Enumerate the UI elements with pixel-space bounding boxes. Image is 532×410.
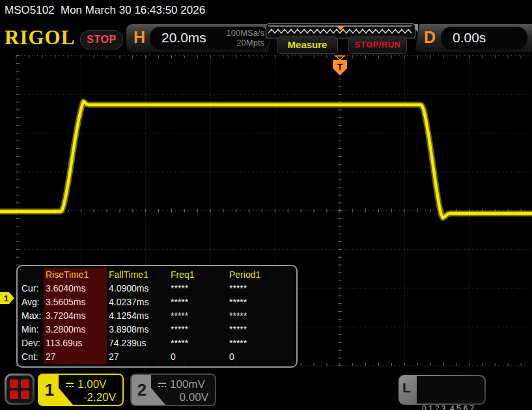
measurement-cell: 0	[169, 350, 227, 364]
channel1-marker-label: 1	[4, 294, 8, 303]
dc-coupling-icon	[158, 381, 167, 389]
channel2-badge[interactable]: 2 100mV 0.00V	[130, 374, 216, 406]
status-bar: MSO5102 Mon March 30 16:43:50 2026	[0, 0, 532, 21]
delay-label: D	[424, 28, 436, 47]
horizontal-timebase-block[interactable]: H 20.0ms 100MSa/s 20Mpts	[126, 24, 273, 52]
measurement-row-label: Cur:	[18, 282, 44, 295]
measurement-column-header: Freq1	[169, 268, 227, 282]
measurement-column-header: RiseTime1	[44, 268, 107, 282]
logic-label: L	[402, 380, 411, 396]
measurement-cell: *****	[227, 295, 296, 309]
measurement-column-header: FallTime1	[107, 268, 169, 282]
measurement-cell: 27	[107, 350, 169, 364]
svg-text:T: T	[337, 62, 343, 72]
measurement-row-label: Max:	[18, 309, 44, 323]
logic-row1: 0 1 2 3 4 5 6 7	[422, 403, 484, 410]
measurement-cell: *****	[169, 323, 227, 336]
measurement-cell: 3.8908ms	[107, 323, 169, 336]
channel2-number: 2	[135, 380, 148, 400]
sample-rate-value: 100MSa/s	[226, 28, 264, 38]
measurement-cell	[18, 268, 44, 282]
dc-coupling-icon	[65, 381, 75, 389]
measurement-cell: 3.6040ms	[44, 282, 107, 295]
channel1-badge[interactable]: 1 1.00V -2.20V	[38, 374, 124, 406]
measurement-row-label: Min:	[18, 323, 44, 336]
channel2-offset: 0.00V	[180, 391, 208, 404]
memory-depth-value: 20Mpts	[226, 38, 264, 48]
channel2-scale-line: 100mV	[158, 378, 205, 391]
delay-block[interactable]: D 0.00s	[415, 24, 532, 52]
measurement-cell: *****	[169, 295, 227, 309]
red-square-icon	[10, 390, 18, 399]
trigger-marker[interactable]: T	[333, 60, 347, 75]
measurement-cell: 4.0900ms	[107, 282, 169, 295]
measurement-cell: 3.7204ms	[44, 309, 107, 323]
horizontal-label: H	[133, 28, 145, 47]
channel2-scale: 100mV	[170, 378, 205, 391]
stop-run-button[interactable]: STOP/RUN	[348, 36, 407, 54]
red-square-icon	[10, 379, 18, 388]
measurement-table: RiseTime1FallTime1Freq1Period1Cur:3.6040…	[16, 265, 298, 368]
logic-channel-list: 0 1 2 3 4 5 6 7 8 9 1011 12131415	[417, 376, 484, 403]
channel1-number: 1	[43, 380, 56, 400]
measurement-cell: 0	[227, 350, 296, 364]
measurement-cell: *****	[227, 309, 296, 323]
channel1-scale: 1.00V	[77, 378, 106, 391]
measurement-cell: *****	[169, 309, 227, 323]
oscilloscope-screen: MSO5102 Mon March 30 16:43:50 2026 RIGOL…	[0, 0, 532, 410]
channel-overview-icon	[7, 376, 33, 403]
status-separator	[55, 4, 61, 16]
logic-channels-badge[interactable]: L 0 1 2 3 4 5 6 7 8 9 1011 12131415	[399, 375, 486, 405]
datetime: Mon March 30 16:43:50 2026	[61, 4, 205, 16]
measurement-cell: *****	[227, 336, 296, 350]
red-square-icon	[21, 390, 29, 399]
measure-button[interactable]: Measure	[277, 36, 338, 54]
measurement-cell: 3.5605ms	[44, 295, 107, 309]
timebase-pill: 20.0ms 100MSa/s 20Mpts	[150, 27, 270, 49]
sample-rate: 100MSa/s 20Mpts	[226, 28, 264, 48]
measurement-row-label: Dev:	[18, 336, 44, 350]
red-square-icon	[21, 379, 29, 388]
run-state-badge: STOP	[80, 30, 123, 49]
delay-value: 0.00s	[453, 30, 486, 46]
channel1-level-marker[interactable]: 1	[0, 292, 15, 305]
memory-waveform-icon	[266, 24, 413, 36]
measurement-row-label: Avg:	[18, 295, 44, 309]
measurement-row-label: Cnt:	[18, 350, 44, 364]
model-name: MSO5102	[5, 4, 55, 16]
measurement-cell: *****	[227, 323, 296, 336]
measurement-cell: 4.0237ms	[107, 295, 169, 309]
channel1-scale-line: 1.00V	[65, 378, 106, 391]
measurement-cell: 3.2800ms	[44, 323, 107, 336]
rigol-logo: RIGOL	[5, 26, 75, 49]
measurement-cell: 74.239us	[107, 336, 169, 350]
channel1-trace	[0, 102, 532, 218]
measurement-column-header: Period1	[227, 268, 296, 282]
measurement-cell: *****	[227, 282, 296, 295]
channel1-offset: -2.20V	[83, 391, 116, 404]
measurement-cell: 113.69us	[44, 336, 107, 350]
measurement-cell: 4.1254ms	[107, 309, 169, 323]
delay-pill: 0.00s	[441, 27, 527, 49]
measurement-cell: *****	[169, 282, 227, 295]
channel-overview-button[interactable]	[5, 374, 35, 405]
timebase-value: 20.0ms	[161, 30, 206, 46]
measurement-cell: 27	[44, 350, 107, 364]
measurement-cell: *****	[169, 336, 227, 350]
